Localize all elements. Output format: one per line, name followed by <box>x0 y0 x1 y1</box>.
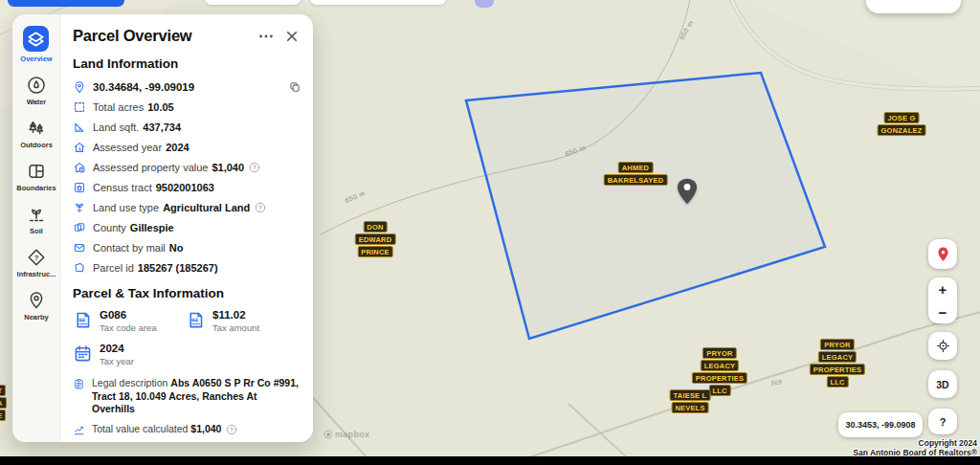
row-value: $1,040 <box>190 423 221 434</box>
land-info-row: Land sqft.437,734 <box>73 117 301 137</box>
infrastructure-icon: ? <box>27 248 46 267</box>
top-toolbar-pill <box>310 0 446 5</box>
owner-label-line: DON <box>363 221 387 232</box>
owner-label-don-edward-prince: DONEDWARDPRINCE <box>355 221 396 257</box>
parcel-overview-panel: OverviewWaterOutdoorsBoundariesSoil?Infr… <box>12 14 313 442</box>
land-info-row: Census tract9502001063 <box>73 177 301 197</box>
land-info-row: Parcel id185267 (185267) <box>73 257 301 277</box>
mapbox-watermark[interactable]: mapbox <box>323 430 369 439</box>
legal-doc-icon <box>73 378 85 390</box>
tax-doc-icon: TAX <box>186 310 206 330</box>
layer-sidebar: OverviewWaterOutdoorsBoundariesSoil?Infr… <box>12 14 61 442</box>
tax-card: TAX$11.02Tax amount <box>186 309 301 333</box>
sidebar-item-label: Soil <box>30 227 43 235</box>
tax-rows: Legal description Abs A0650 S P Rr Co #9… <box>73 377 301 436</box>
land-info-row: Contact by mailNo <box>73 237 301 257</box>
row-label: County <box>93 222 126 233</box>
toggle-3d-button[interactable]: 3D <box>928 370 957 398</box>
boundaries-icon <box>27 162 46 181</box>
help-button[interactable]: ? <box>928 409 957 434</box>
tax-card: TAXG086Tax code area <box>73 309 186 333</box>
water-icon <box>27 76 46 95</box>
svg-text:TAX: TAX <box>79 318 86 321</box>
sidebar-item-infrastructure[interactable]: ?Infrastruc... <box>17 248 56 278</box>
marker-tool-button[interactable] <box>928 239 957 269</box>
sidebar-item-label: Water <box>27 98 47 106</box>
owner-label-line: LEGACY <box>701 360 739 371</box>
help-icon[interactable]: ? <box>255 202 266 213</box>
owner-label-pryor-legacy-right: PRYORLEGACYPROPERTIESLLC <box>810 339 865 388</box>
sidebar-item-water[interactable]: Water <box>27 76 47 106</box>
zoom-out-button[interactable]: − <box>928 300 957 323</box>
dashed-square-icon <box>73 100 86 114</box>
soil-icon <box>27 205 46 224</box>
owner-label-line: PRYOR <box>702 347 736 359</box>
svg-text:?: ? <box>34 254 39 262</box>
bottom-letterbox-bar <box>0 456 980 465</box>
sidebar-item-nearby[interactable]: Nearby <box>24 291 48 321</box>
overview-icon <box>23 26 49 52</box>
tax-info-row: Legal description Abs A0650 S P Rr Co #9… <box>73 377 301 416</box>
panel-content: Parcel Overview Land Information 30.3468… <box>61 14 313 442</box>
row-value: 9502001063 <box>156 182 214 193</box>
sidebar-item-label: Nearby <box>24 313 48 321</box>
area-icon <box>73 121 86 134</box>
owner-label-line: E <box>0 410 6 421</box>
more-options-icon[interactable] <box>257 28 275 45</box>
tax-info-row: Total value calculated $1,040? <box>73 423 301 436</box>
copyright-line-2: San Antonio Board of Realtors® <box>853 449 977 458</box>
parcel-icon <box>73 261 86 275</box>
locate-icon <box>936 339 950 353</box>
nearby-icon <box>27 291 46 310</box>
row-value: Agricultural Land <box>163 202 250 213</box>
map-copyright: Copyright 2024 San Antonio Board of Real… <box>853 439 977 457</box>
tax-card-value: 2024 <box>100 343 134 354</box>
owner-label-jose-g-gonzalez: JOSE GGONZALEZ <box>878 112 926 136</box>
row-value: 2024 <box>166 142 189 153</box>
land-info-row: Land use typeAgricultural Land? <box>73 197 301 217</box>
house-year-icon <box>73 141 86 154</box>
row-label: Census tract <box>93 182 152 193</box>
row-label: Assessed year <box>93 142 162 153</box>
mapbox-watermark-text: mapbox <box>335 430 369 439</box>
outdoors-icon <box>27 119 46 138</box>
owner-label-line: TAIESE L <box>670 389 711 401</box>
help-icon[interactable]: ? <box>226 424 237 435</box>
row-value: 30.34684, -99.09019 <box>93 81 194 93</box>
owner-label-line: JOSE G <box>883 112 919 123</box>
map-pin-icon <box>677 178 698 205</box>
owner-label-line: LLC <box>826 376 848 388</box>
land-info-row: $Assessed property value$1,040? <box>73 157 301 177</box>
sidebar-item-boundaries[interactable]: Boundaries <box>16 162 56 192</box>
tax-card-text: 2024Tax year <box>100 343 134 366</box>
owner-label-line: EDWARD <box>355 233 396 245</box>
county-icon <box>73 221 86 234</box>
tax-card-value: G086 <box>100 309 157 321</box>
row-value: 437,734 <box>143 122 181 133</box>
tax-card: 2024Tax year <box>73 343 186 366</box>
sidebar-item-outdoors[interactable]: Outdoors <box>20 119 53 149</box>
sidebar-item-soil[interactable]: Soil <box>27 205 46 235</box>
row-label: Contact by mail <box>93 242 166 254</box>
sidebar-item-label: Infrastruc... <box>17 270 56 278</box>
zoom-controls: + − <box>928 277 957 323</box>
zoom-in-button[interactable]: + <box>928 277 957 300</box>
tax-card-caption: Tax code area <box>100 322 157 333</box>
row-value: 10.05 <box>147 101 174 113</box>
sidebar-item-label: Overview <box>20 55 52 63</box>
owner-label-ahmed-bakrelsayed: AHMEDBAKRELSAYED <box>604 162 668 186</box>
top-toolbar-blue-button <box>8 0 124 7</box>
land-information-rows: 30.34684, -99.09019Total acres10.05Land … <box>73 77 301 277</box>
calendar-icon <box>73 343 93 364</box>
locate-button[interactable] <box>928 332 957 360</box>
sidebar-item-overview[interactable]: Overview <box>20 26 52 63</box>
close-icon[interactable] <box>283 28 301 45</box>
parcel-tax-heading: Parcel & Tax Information <box>73 286 301 300</box>
parcel-map-app: 650 m 650 m 650 m 369 AHMEDBAKRELSAYED J… <box>0 0 980 465</box>
copy-icon[interactable] <box>289 81 301 93</box>
help-icon[interactable]: ? <box>249 162 260 173</box>
owner-label-line: AHMED <box>618 162 654 173</box>
owner-label-line: LEGACY <box>818 351 857 363</box>
row-value: $1,040 <box>212 162 244 173</box>
owner-label-line: PROPERTIES <box>810 364 865 375</box>
